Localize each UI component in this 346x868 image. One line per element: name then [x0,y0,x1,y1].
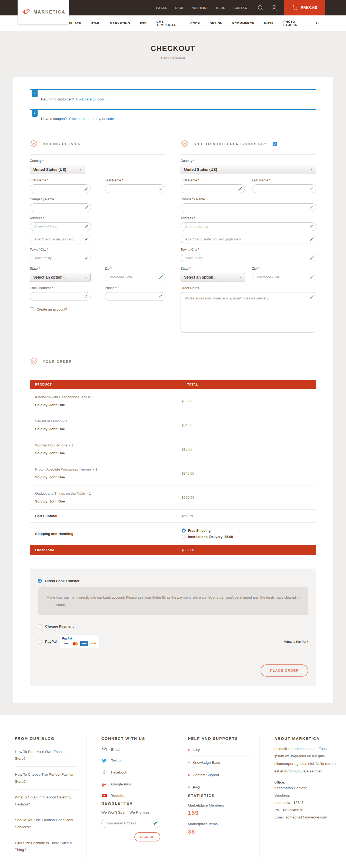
signup-button[interactable]: SIGN UP [134,832,160,841]
shipping-street-input[interactable] [180,222,316,231]
mastercard-icon [71,641,79,646]
twitter-icon [101,758,107,763]
nav-photo-stocks[interactable]: PHOTO STOCKS [283,20,306,27]
country-select[interactable]: United States (US) [30,165,85,174]
coupon-link[interactable]: Click here to enter your code [69,117,114,121]
social-link-facebook[interactable]: Facebook [111,770,127,774]
paypal-radio[interactable] [38,640,42,644]
layers-icon [30,357,38,366]
footer: FROM OUR BLOG How To Start Your Own Fash… [0,715,346,868]
stat-members-label: Marketplace Members [188,803,250,807]
nav-cms-templates[interactable]: CMS TEMPLATES [157,20,180,27]
product-name: iPhone 5s with Headphones Jack × 1 [30,395,182,399]
nav-design[interactable]: DESIGN [210,22,223,25]
shipping-country-select[interactable]: United States (US) [180,165,316,174]
topnav-shop[interactable]: SHOP [175,6,184,9]
shipping-state-select[interactable]: Select an option... [180,273,245,282]
billing-email-input[interactable] [30,292,91,301]
blog-post-link[interactable]: Should You Use Fashion Consultant Servic… [15,812,77,835]
billing-town-input[interactable] [30,254,91,262]
login-link[interactable]: Click here to login [76,97,104,101]
help-link[interactable]: Contact Support [188,769,250,781]
free-shipping-radio[interactable] [182,528,186,532]
newsletter-heading: NEWSLETTER [101,801,164,805]
international-delivery-radio[interactable] [182,535,186,539]
bank-transfer-radio[interactable] [38,579,42,583]
billing-apartment-input[interactable] [30,235,91,243]
shipping-zip-input[interactable] [252,273,316,281]
breadcrumb-separator: › [170,56,171,59]
product-name: Variant of Laptop × 1 [30,419,182,423]
last-name-label: Last Name* [252,179,316,182]
logo[interactable]: MARKETICA [18,0,69,24]
product-total: $56.00 [182,399,316,403]
search-icon[interactable] [257,4,264,11]
billing-phone-input[interactable] [105,292,166,301]
office-line: Indonesia - 12345 [274,799,337,806]
shipping-first-name-input[interactable] [180,184,245,193]
help-link[interactable]: FAQ [188,781,250,794]
social-link-youtube[interactable]: Youtube [111,794,124,798]
order-notes-textarea[interactable] [180,292,316,333]
billing-street-input[interactable] [30,222,91,231]
nav-more-chevron-icon[interactable] [316,22,319,25]
town-label: Town / City* [30,248,91,251]
nav-ecommerce[interactable]: ECOMMERCE [232,22,254,25]
email-icon [101,747,107,751]
newsletter-email-input[interactable] [101,819,160,828]
place-order-button[interactable]: PLACE ORDER [261,664,308,677]
subtotal-label: Cart Subtotal [30,514,182,518]
shipping-company-input[interactable] [180,203,316,212]
cart-button[interactable]: $653.50 [284,0,325,16]
product-seller: Sold by: John Doe [30,499,182,503]
shipping-town-input[interactable] [180,254,316,262]
youtube-icon [101,794,107,797]
account-icon[interactable] [271,4,278,11]
select-caret-icon [311,169,313,170]
state-label: State* [180,267,245,271]
billing-last-name-input[interactable] [105,184,166,193]
topnav-contact[interactable]: CONTACT [233,6,249,9]
cheque-payment-radio[interactable] [38,624,42,628]
billing-company-input[interactable] [30,203,91,212]
state-select[interactable]: Select an option... [30,273,91,282]
blog-post-link[interactable]: How To Choose The Perfect Fashion Store? [15,767,77,789]
social-link-twitter[interactable]: Twitter [111,758,122,763]
billing-first-name-input[interactable] [30,184,91,193]
nav-marketing[interactable]: MARKETING [110,22,130,25]
social-link-google-plus[interactable]: Google Plus [111,782,131,786]
subtotal-value: $653.50 [182,514,316,518]
billing-zip-input[interactable] [105,273,166,281]
social-link-email[interactable]: Email [111,747,120,751]
nav-html[interactable]: HTML [91,22,100,25]
order-row: Proton Absolute Wordpress Themes × 1 Sol… [30,461,316,486]
blog-post-link[interactable]: What is So Alluring About Celebrity Fash… [15,789,77,812]
footer-about-column: ABOUT MARKETICA ec mollis lorem consequa… [260,737,346,858]
breadcrumb-home[interactable]: Home [161,56,169,59]
nav-muse[interactable]: MUSE [264,22,274,25]
nav-code[interactable]: CODE [190,22,200,25]
shipping-section: SHIP TO A DIFFERENT ADDRESS? Country* Un… [180,132,316,334]
blog-post-link[interactable]: How To Start Your Own Fashion Store? [15,744,77,767]
bullet-icon [188,774,189,776]
shipping-apartment-input[interactable] [180,235,316,243]
create-account-checkbox[interactable] [30,307,34,311]
ship-different-address-checkbox[interactable] [273,142,277,146]
help-link[interactable]: Help [188,744,250,756]
select-caret-icon [79,169,82,170]
topnav-pages[interactable]: PAGES [156,6,167,9]
footer-heading: ABOUT MARKETICA [274,737,337,741]
product-name: Proton Absolute Wordpress Themes × 1 [30,467,182,471]
nav-psd[interactable]: PSD [140,22,146,25]
help-link[interactable]: Knowladge Base [188,756,250,769]
bank-transfer-label: Direct Bank Transfer [45,579,79,583]
what-is-paypal-link[interactable]: What is PayPal? [284,640,308,643]
billing-details-section: BILLING DETAILS Country* United States (… [30,132,166,334]
order-total-label: Order Total [30,548,182,552]
topnav-blog[interactable]: BLOG [216,6,226,9]
column-total: TOTAL [182,383,316,386]
shipping-last-name-input[interactable] [252,184,316,193]
blog-post-link[interactable]: Plus Size Fashion: Is There Such a Thing… [15,835,77,858]
topnav-wishlist[interactable]: WISHLIST [193,6,208,9]
product-seller: Sold by: John Doe [30,475,182,479]
